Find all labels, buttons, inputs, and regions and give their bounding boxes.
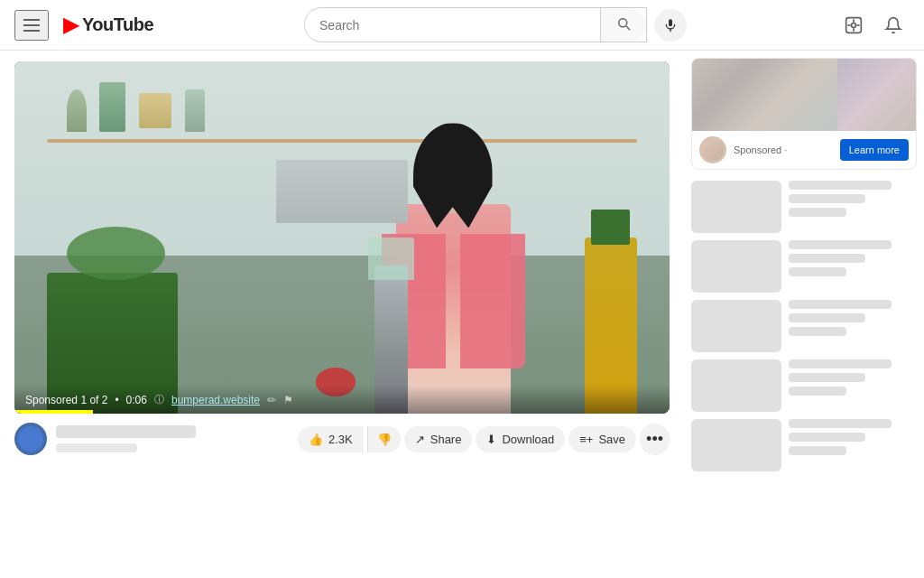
external-icon: ✏	[267, 394, 276, 406]
rec-subtitle-line	[789, 373, 865, 382]
share-button[interactable]: ↗ Share	[404, 426, 473, 452]
svg-point-3	[852, 23, 856, 27]
search-button[interactable]	[600, 8, 646, 42]
video-duration: 0:06	[126, 394, 147, 406]
rec-title-line	[789, 300, 892, 309]
decor-bottle	[185, 89, 205, 132]
thumbs-up-icon: 👍	[309, 433, 323, 446]
learn-more-button[interactable]: Learn more	[840, 139, 909, 161]
logo-text: YouTube	[82, 14, 153, 35]
rec-meta-line	[789, 387, 846, 396]
info-icon[interactable]: ⓘ	[154, 393, 164, 406]
rec-thumbnail	[691, 181, 781, 233]
rec-meta-line	[789, 327, 846, 336]
duration-label: •	[115, 394, 118, 406]
website-link[interactable]: bumperad.website	[171, 394, 260, 406]
video-player[interactable]: Sponsored 1 of 2 • 0:06 ⓘ bumperad.websi…	[14, 61, 670, 414]
ad-icon: ⚑	[283, 394, 293, 406]
download-icon: ⬇	[486, 433, 496, 446]
video-thumbnail	[14, 61, 670, 414]
rec-title-line	[789, 181, 892, 190]
sidebar: Sponsored · Learn more	[684, 51, 924, 578]
kitchen-scene	[14, 61, 670, 414]
video-title-block	[56, 425, 289, 452]
ad-thumbnail	[692, 59, 916, 131]
kitchen-hood	[276, 160, 407, 223]
rec-info	[789, 419, 917, 455]
rec-meta-line	[789, 208, 846, 217]
search-bar	[304, 7, 647, 42]
create-icon	[845, 16, 863, 34]
sponsored-label: Sponsored 1 of 2	[25, 394, 107, 406]
voice-search-button[interactable]	[654, 9, 687, 42]
create-button[interactable]	[837, 9, 870, 42]
header-center	[153, 7, 837, 42]
thumbs-down-icon: 👎	[377, 433, 392, 446]
rec-info	[789, 181, 917, 217]
video-subtitle-skeleton	[56, 443, 137, 452]
rec-item[interactable]	[691, 419, 917, 471]
rec-item[interactable]	[691, 359, 917, 412]
share-icon: ↗	[415, 433, 425, 446]
rec-thumbnail	[691, 359, 781, 412]
save-icon: ≡+	[579, 433, 593, 446]
rec-info	[789, 300, 917, 336]
rec-info	[789, 359, 917, 396]
rec-meta-line	[789, 267, 846, 276]
bell-icon	[884, 16, 902, 34]
channel-avatar[interactable]	[14, 423, 47, 455]
save-label: Save	[598, 433, 625, 446]
ad-channel-avatar	[699, 136, 726, 163]
lettuce	[67, 227, 165, 280]
rec-title-line	[789, 359, 892, 368]
video-title-skeleton	[56, 425, 196, 438]
like-button[interactable]: 👍 2.3K	[298, 426, 364, 452]
video-meta: 👍 2.3K 👎 ↗ Share ⬇ Download ≡+ Save	[14, 414, 670, 461]
youtube-icon: ▶	[63, 14, 79, 37]
recommended-list	[691, 181, 917, 471]
header-left: ▶ YouTube	[14, 10, 153, 41]
header: ▶ YouTube	[0, 0, 924, 51]
more-options-button[interactable]: •••	[640, 424, 670, 455]
ad-sponsored-label: Sponsored ·	[734, 144, 833, 155]
menu-button[interactable]	[14, 10, 49, 41]
rec-thumbnail	[691, 419, 781, 471]
video-actions: 👍 2.3K 👎 ↗ Share ⬇ Download ≡+ Save	[298, 424, 670, 455]
main-content: Sponsored 1 of 2 • 0:06 ⓘ bumperad.websi…	[0, 51, 924, 578]
notifications-button[interactable]	[877, 9, 910, 42]
decor-vase	[99, 82, 125, 132]
ad-thumb-left	[692, 59, 837, 131]
video-progress-bar[interactable]	[14, 410, 93, 414]
dislike-button[interactable]: 👎	[367, 426, 401, 452]
rec-info	[789, 240, 917, 276]
decor-plant	[67, 89, 87, 132]
svg-rect-0	[669, 19, 672, 26]
avatar-image	[18, 426, 43, 452]
ad-card: Sponsored · Learn more	[691, 58, 917, 170]
download-label: Download	[502, 433, 554, 446]
rec-title-line	[789, 419, 892, 428]
search-icon	[615, 15, 632, 32]
rec-subtitle-line	[789, 433, 865, 442]
ad-info: Sponsored · Learn more	[692, 131, 916, 169]
more-icon: •••	[646, 430, 663, 449]
search-input[interactable]	[305, 11, 600, 40]
download-button[interactable]: ⬇ Download	[476, 426, 565, 452]
rec-item[interactable]	[691, 300, 917, 352]
rec-item[interactable]	[691, 181, 917, 233]
rec-thumbnail	[691, 240, 781, 293]
share-label: Share	[430, 433, 462, 446]
youtube-logo[interactable]: ▶ YouTube	[63, 14, 153, 37]
rec-subtitle-line	[789, 313, 865, 322]
rec-subtitle-line	[789, 254, 865, 263]
decor-frame	[139, 93, 171, 128]
rec-item[interactable]	[691, 240, 917, 293]
rec-title-line	[789, 240, 892, 249]
like-count: 2.3K	[328, 433, 353, 446]
video-area: Sponsored 1 of 2 • 0:06 ⓘ bumperad.websi…	[0, 51, 684, 578]
ad-avatar-image	[702, 139, 724, 161]
ad-thumb-right	[837, 59, 916, 131]
blender-jar	[368, 238, 414, 280]
save-button[interactable]: ≡+ Save	[568, 426, 636, 452]
video-overlay: Sponsored 1 of 2 • 0:06 ⓘ bumperad.websi…	[14, 386, 670, 414]
